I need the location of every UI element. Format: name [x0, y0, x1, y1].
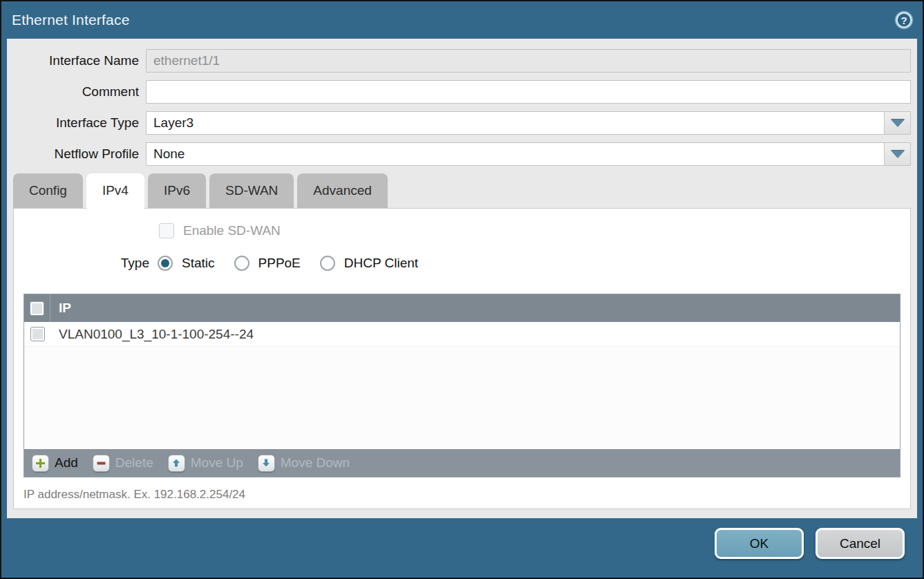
arrow-up-icon [168, 455, 185, 472]
interface-type-value: Layer3 [147, 112, 884, 134]
plus-icon [32, 455, 49, 472]
ip-table-body: VLAN0100_L3_10-1-100-254--24 [24, 322, 900, 449]
help-icon[interactable]: ? [894, 10, 914, 30]
tab-bar: Config IPv4 IPv6 SD-WAN Advanced [13, 173, 911, 208]
interface-name-field [147, 50, 910, 72]
move-down-button-label: Move Down [281, 455, 350, 471]
radio-static-label: Static [182, 256, 215, 271]
cancel-button[interactable]: Cancel [815, 528, 905, 559]
type-label: Type [14, 256, 149, 271]
radio-pppoe-control[interactable] [234, 256, 249, 271]
ip-table: IP VLAN0100_L3_10-1-100-254--24 [23, 294, 901, 477]
arrow-down-icon [258, 455, 275, 472]
move-up-button-label: Move Up [191, 455, 243, 471]
minus-icon [93, 455, 110, 472]
ip-table-toolbar: Add Delete Move Up [24, 449, 900, 477]
add-button-label: Add [55, 455, 78, 471]
comment-field[interactable] [147, 81, 910, 103]
delete-button[interactable]: Delete [93, 455, 153, 472]
row-checkbox[interactable] [30, 327, 45, 341]
move-up-button[interactable]: Move Up [168, 455, 243, 472]
table-row[interactable]: VLAN0100_L3_10-1-100-254--24 [24, 322, 900, 347]
select-all-cell [24, 294, 50, 322]
netflow-profile-value: None [147, 143, 884, 165]
ipv4-tab-panel: Enable SD-WAN Type Static PPPoE DHCP Cli… [13, 208, 911, 509]
interface-type-dropdown[interactable]: Layer3 [146, 111, 911, 135]
netflow-profile-label: Netflow Profile [13, 146, 146, 162]
select-all-checkbox[interactable] [30, 301, 44, 316]
radio-static-control[interactable] [158, 256, 173, 271]
ethernet-interface-dialog: Ethernet Interface ? Interface Name Comm… [0, 0, 924, 579]
form-row-interface-name: Interface Name [13, 49, 911, 73]
ok-button[interactable]: OK [715, 528, 804, 559]
row-checkbox-cell [24, 322, 50, 346]
dialog-footer: OK Cancel [1, 518, 923, 559]
netflow-profile-dropdown[interactable]: None [146, 142, 911, 166]
move-down-button[interactable]: Move Down [258, 455, 350, 472]
enable-sdwan-row: Enable SD-WAN [159, 223, 910, 238]
add-button[interactable]: Add [32, 455, 78, 472]
interface-type-dropdown-button[interactable] [884, 112, 910, 134]
dialog-body: Interface Name Comment Interface Type La… [7, 39, 917, 518]
chevron-down-icon [891, 151, 905, 158]
radio-dhcp-client-label: DHCP Client [344, 256, 418, 271]
form-row-comment: Comment [13, 80, 911, 104]
tab-ipv4[interactable]: IPv4 [86, 173, 144, 208]
netflow-profile-dropdown-button[interactable] [884, 143, 910, 165]
interface-name-field-wrap [146, 49, 911, 73]
comment-label: Comment [13, 84, 146, 99]
radio-pppoe[interactable]: PPPoE [234, 256, 312, 271]
form-row-netflow-profile: Netflow Profile None [13, 142, 911, 166]
type-row: Type Static PPPoE DHCP Client [14, 256, 910, 271]
radio-dhcp-client-control[interactable] [320, 256, 335, 271]
radio-static[interactable]: Static [158, 256, 226, 271]
tab-advanced[interactable]: Advanced [297, 173, 388, 208]
interface-type-label: Interface Type [13, 115, 146, 131]
enable-sdwan-label: Enable SD-WAN [183, 223, 281, 238]
ip-column-header: IP [50, 301, 71, 316]
radio-pppoe-label: PPPoE [258, 256, 301, 271]
dialog-titlebar: Ethernet Interface ? [1, 1, 923, 39]
comment-field-wrap [146, 80, 911, 104]
delete-button-label: Delete [115, 455, 153, 471]
row-ip-value: VLAN0100_L3_10-1-100-254--24 [50, 327, 254, 342]
tab-config[interactable]: Config [13, 173, 83, 208]
form-row-interface-type: Interface Type Layer3 [13, 111, 911, 135]
interface-name-label: Interface Name [13, 53, 146, 68]
dialog-title: Ethernet Interface [12, 12, 130, 28]
chevron-down-icon [891, 120, 905, 127]
tab-sd-wan[interactable]: SD-WAN [209, 173, 294, 208]
ip-format-hint: IP address/netmask. Ex. 192.168.2.254/24 [23, 488, 901, 502]
svg-text:?: ? [901, 15, 907, 26]
tab-ipv6[interactable]: IPv6 [148, 173, 206, 208]
ip-table-header: IP [24, 294, 900, 322]
enable-sdwan-checkbox [159, 223, 174, 238]
radio-dhcp-client[interactable]: DHCP Client [320, 256, 429, 271]
